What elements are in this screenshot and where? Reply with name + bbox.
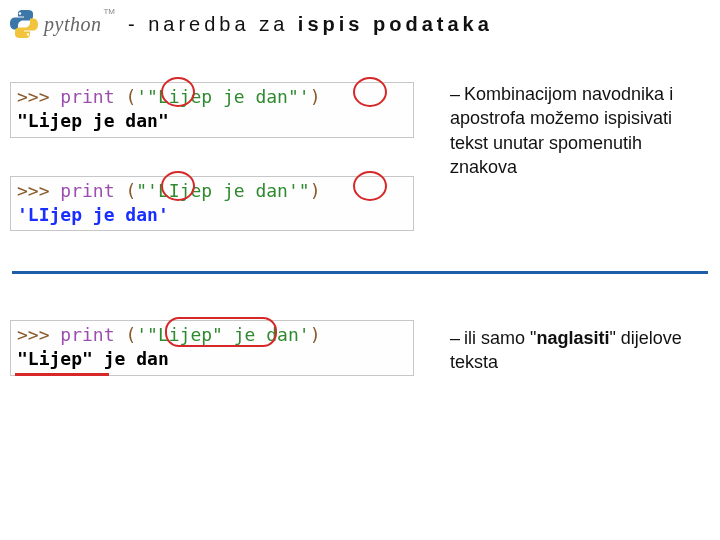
paren: ( <box>115 86 137 107</box>
paren: ( <box>115 324 137 345</box>
code-box-1: >>> print ('"Lijep je dan"') "Lijep je d… <box>10 82 414 138</box>
slide-title: - naredba za ispis podataka <box>128 13 493 36</box>
python-logo-icon <box>8 8 40 40</box>
kw-print: print <box>60 86 114 107</box>
paren-close: ) <box>310 86 321 107</box>
dash: – <box>450 328 460 348</box>
python-logo: pythonTM <box>8 6 118 42</box>
red-underline <box>15 373 109 376</box>
logo-text: python <box>44 13 101 35</box>
explanation-text: –Kombinacijom navodnika i apostrofa može… <box>450 82 708 179</box>
kw-print: print <box>60 180 114 201</box>
prompt: >>> <box>17 180 60 201</box>
svg-point-0 <box>19 12 21 14</box>
dash: – <box>450 84 460 104</box>
code-column-1: >>> print ('"Lijep je dan"') "Lijep je d… <box>10 82 420 231</box>
slide-header: pythonTM - naredba za ispis podataka <box>0 0 720 54</box>
paren-close: ) <box>310 180 321 201</box>
section-2: >>> print ('"Lijep" je dan') "Lijep" je … <box>0 320 720 376</box>
code-line-2: >>> print ("'LIjep je dan'") <box>17 179 407 203</box>
kw-print: print <box>60 324 114 345</box>
explanation-text: –ili samo "naglasiti" dijelove teksta <box>450 326 708 375</box>
string-arg: '"Lijep" je dan' <box>136 324 309 345</box>
string-arg: '"Lijep je dan"' <box>136 86 309 107</box>
note-body: Kombinacijom navodnika i apostrofa možem… <box>450 84 673 177</box>
code-line-1: >>> print ('"Lijep je dan"') <box>17 85 407 109</box>
svg-point-1 <box>27 33 29 35</box>
paren-close: ) <box>310 324 321 345</box>
code-box-3: >>> print ('"Lijep" je dan') "Lijep" je … <box>10 320 414 376</box>
prompt: >>> <box>17 86 60 107</box>
note-bold: naglasiti <box>536 328 609 348</box>
section-1: >>> print ('"Lijep je dan"') "Lijep je d… <box>0 82 720 231</box>
output-line-3: "Lijep" je dan <box>17 347 407 371</box>
explanation-2: –ili samo "naglasiti" dijelove teksta <box>420 320 708 375</box>
prompt: >>> <box>17 324 60 345</box>
title-prefix: - naredba za <box>128 13 298 35</box>
python-logo-word: pythonTM <box>44 13 113 36</box>
output-line-2: 'LIjep je dan' <box>17 203 407 227</box>
string-arg: "'LIjep je dan'" <box>136 180 309 201</box>
paren: ( <box>115 180 137 201</box>
code-column-2: >>> print ('"Lijep" je dan') "Lijep" je … <box>10 320 420 376</box>
explanation-1: –Kombinacijom navodnika i apostrofa može… <box>420 82 708 179</box>
output-line-1: "Lijep je dan" <box>17 109 407 133</box>
code-line-3: >>> print ('"Lijep" je dan') <box>17 323 407 347</box>
section-divider <box>12 271 708 274</box>
note-before: ili samo <box>464 328 530 348</box>
title-bold: ispis podataka <box>298 13 493 35</box>
logo-tm: TM <box>103 7 115 16</box>
code-box-2: >>> print ("'LIjep je dan'") 'LIjep je d… <box>10 176 414 232</box>
